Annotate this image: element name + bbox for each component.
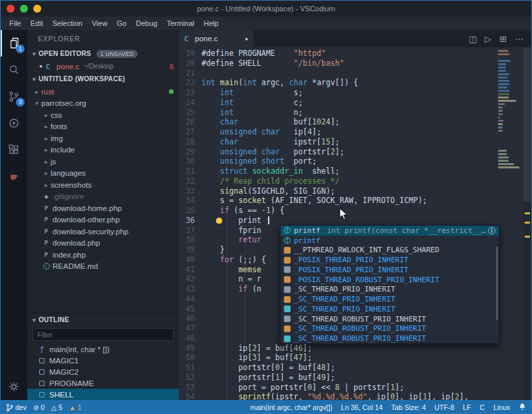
tree-folder-languages[interactable]: ▸languages (27, 168, 179, 180)
source-control-activity-button[interactable]: 3 (1, 83, 27, 110)
menu-terminal[interactable]: Terminal (162, 19, 200, 27)
line-number[interactable]: 34 (179, 196, 201, 206)
run-icon[interactable]: ▷ (485, 34, 491, 44)
line-number[interactable]: 20 (179, 59, 201, 69)
menu-edit[interactable]: Edit (26, 19, 48, 27)
tree-folder-css[interactable]: ▸css (27, 109, 179, 121)
outline-item-main-int-char-[interactable]: ƒmain(int, char * []) (27, 343, 179, 355)
tree-folder-rust[interactable]: ▸rust (27, 86, 179, 98)
suggest-scrollbar[interactable] (496, 247, 498, 320)
line-number[interactable]: 24 (179, 98, 201, 108)
open-editor-item[interactable]: ● C pone.c ~/Desktop 6 (27, 60, 179, 73)
code-line-29[interactable]: 29 unsigned char portstr[2]; (179, 147, 531, 157)
eol-status-item[interactable]: LF (463, 403, 471, 411)
line-number[interactable]: 26 (179, 117, 201, 127)
code-line-28[interactable]: 28 char ipstr[15]; (179, 137, 531, 147)
code-line-26[interactable]: 26 char buf[1024]; (179, 117, 531, 127)
code-line-25[interactable]: 25 int n; (179, 108, 531, 118)
alert-status-item[interactable]: ▲1 (69, 403, 82, 411)
suggest-item[interactable]: _POSIX_THREAD_PRIO_INHERIT (281, 255, 499, 265)
line-number[interactable]: 31 (179, 166, 201, 176)
language-status-item[interactable]: C (479, 403, 485, 411)
tab-size-status-item[interactable]: Tab Size: 4 (391, 403, 426, 411)
workspace-header[interactable]: ▾ UNTITLED (WORKSPACE) (27, 73, 179, 85)
code-line-54[interactable]: 54 sprintf(ipstr, "%d.%d.%d.%d", ip[0], … (179, 392, 531, 400)
code-line-32[interactable]: 32 /* Reap child processes */ (179, 176, 531, 186)
line-number[interactable]: 50 (179, 353, 201, 363)
code-line-33[interactable]: 33 signal(SIGCHLD, SIG_IGN); (179, 186, 531, 196)
settings-activity-button[interactable] (1, 373, 27, 400)
line-number[interactable]: 35 (179, 206, 201, 216)
context-status-item[interactable]: main(int argc, char* argv[]) (250, 403, 332, 411)
tree-file-download-other.php[interactable]: Pdownload-other.php (27, 214, 179, 226)
code-line-30[interactable]: 30 unsigned short port; (179, 156, 531, 166)
tree-file-download-security.php[interactable]: Pdownload-security.php (27, 226, 179, 238)
split-editor-icon[interactable]: ◫ (469, 34, 477, 44)
tree-file-README.md[interactable]: iREADME.md (27, 261, 179, 273)
suggest-item[interactable]: _POSIX_THREAD_ROBUST_PRIO_INHERIT (281, 275, 499, 285)
cursor-position-status-item[interactable]: Ln 36, Col 14 (341, 403, 382, 411)
tree-file-.gitignore[interactable]: ◆.gitignore (27, 191, 179, 203)
line-number[interactable]: 36 (179, 216, 201, 226)
suggest-item[interactable]: _SC_THREAD_ROBUST_PRIO_INHERIT (281, 324, 499, 334)
minimap[interactable] (498, 50, 522, 170)
code-line-50[interactable]: 50 ip[3] = buf[47]; (179, 353, 531, 363)
code-line-34[interactable]: 34 s = socket (AF_INET, SOCK_RAW, IPPROT… (179, 196, 531, 206)
title-bar[interactable]: pone.c - Untitled (Workspace) - VSCodium (1, 1, 531, 17)
code-line-36[interactable]: 36 print (179, 216, 531, 226)
more-actions-icon[interactable]: ⋯ (515, 34, 523, 44)
tree-folder-js[interactable]: ▸js (27, 156, 179, 168)
menu-go[interactable]: Go (112, 19, 132, 27)
debug-activity-button[interactable] (1, 110, 27, 136)
line-number[interactable]: 39 (179, 245, 201, 255)
line-number[interactable]: 52 (179, 373, 201, 383)
line-number[interactable]: 38 (179, 235, 201, 245)
branch-status-item[interactable]: dev (6, 403, 27, 412)
line-number[interactable]: 48 (179, 333, 201, 343)
suggest-item[interactable]: __PTHREAD_RWLOCK_INT_FLAGS_SHARED (281, 246, 499, 256)
line-number[interactable]: 43 (179, 284, 201, 294)
menu-file[interactable]: File (5, 19, 26, 27)
tree-file-download.php[interactable]: Pdownload.php (27, 238, 179, 250)
line-number[interactable]: 40 (179, 255, 201, 265)
code-editor[interactable]: 19#define PROGNAME "httpd"20#define SHEL… (179, 47, 531, 400)
notifications-bell-icon[interactable] (519, 403, 526, 412)
explorer-activity-button[interactable]: 1 (1, 30, 27, 57)
menu-selection[interactable]: Selection (48, 19, 87, 27)
line-number[interactable]: 37 (179, 226, 201, 236)
info-icon[interactable]: i (488, 227, 495, 234)
suggest-item[interactable]: _SC_THREAD_PRIO_INHERIT (281, 294, 499, 304)
code-line-53[interactable]: 53 port = portstr[0] << 8 | portstr[1]; (179, 383, 531, 393)
tree-folder-parrotsec.org[interactable]: ▾parrotsec.org (27, 98, 179, 110)
tree-folder-include[interactable]: ▸include (27, 144, 179, 156)
code-line-31[interactable]: 31 struct sockaddr_in shell; (179, 166, 531, 176)
warning-status-item[interactable]: △5 (51, 403, 63, 411)
line-number[interactable]: 46 (179, 313, 201, 323)
scrollbar-thumb[interactable] (523, 47, 531, 202)
line-number[interactable]: 22 (179, 78, 201, 88)
line-number[interactable]: 21 (179, 69, 201, 79)
line-number[interactable]: 54 (179, 392, 201, 400)
open-editors-header[interactable]: ▾ OPEN EDITORS 1 UNSAVED (27, 47, 179, 60)
line-number[interactable]: 19 (179, 49, 201, 59)
line-number[interactable]: 27 (179, 127, 201, 137)
outline-filter-input[interactable] (33, 328, 174, 341)
line-number[interactable]: 44 (179, 294, 201, 304)
encoding-status-item[interactable]: UTF-8 (434, 403, 454, 411)
line-number[interactable]: 41 (179, 265, 201, 275)
tree-folder-img[interactable]: ▸img (27, 132, 179, 144)
outline-item-progname[interactable]: PROGNAME (27, 377, 179, 389)
line-number[interactable]: 42 (179, 274, 201, 284)
code-line-24[interactable]: 24 int c; (179, 98, 531, 108)
line-number[interactable]: 53 (179, 383, 201, 393)
outline-item-magic2[interactable]: MAGIC2 (27, 366, 179, 377)
line-number[interactable]: 28 (179, 137, 201, 147)
code-line-35[interactable]: 35 if (s == -1) { (179, 206, 531, 216)
code-line-21[interactable]: 21 (179, 69, 531, 79)
line-number[interactable]: 30 (179, 156, 201, 166)
tree-folder-fonts[interactable]: ▸fonts (27, 121, 179, 133)
outline-item-magic1[interactable]: MAGIC1 (27, 355, 179, 366)
line-number[interactable]: 23 (179, 88, 201, 98)
code-line-27[interactable]: 27 unsigned char ip[4]; (179, 127, 531, 137)
search-activity-button[interactable] (1, 57, 27, 83)
